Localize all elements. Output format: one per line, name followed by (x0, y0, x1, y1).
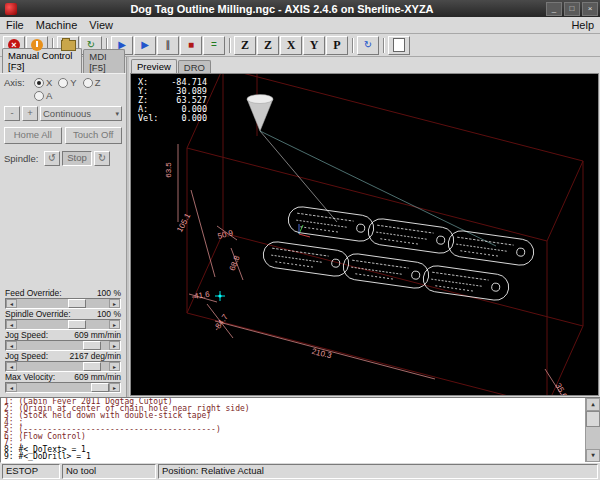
gcode-line[interactable]: 7: ; (4, 440, 584, 447)
jog-minus-button[interactable]: - (4, 106, 20, 121)
view-rotated-top-button[interactable]: Z (257, 36, 279, 55)
menu-view[interactable]: View (89, 19, 113, 31)
toolbar-separator (352, 38, 354, 53)
slider-track[interactable] (17, 341, 109, 350)
rotate-view-icon: ↻ (364, 40, 372, 50)
gcode-line[interactable]: 6: (Flow Control) (4, 434, 584, 441)
axis-radio-y[interactable]: Y (58, 77, 76, 88)
tab-dro[interactable]: DRO (178, 60, 211, 73)
slider-track[interactable] (17, 299, 109, 308)
skip-lines-button[interactable]: = (203, 36, 225, 55)
dim-68-8: 68.8 (228, 254, 242, 272)
pause-button[interactable]: ∥ (157, 36, 179, 55)
tab-preview[interactable]: Preview (131, 59, 177, 73)
dim-width: 210.3 (311, 347, 333, 361)
axis-radio-z[interactable]: Z (83, 77, 101, 88)
menu-file[interactable]: File (6, 19, 24, 31)
slider-left-arrow-icon[interactable]: ◂ (6, 362, 17, 371)
axis-z-label: Z (95, 77, 101, 88)
slider-right-arrow-icon[interactable]: ▸ (109, 362, 120, 371)
slider-track[interactable] (17, 362, 109, 371)
slider-left-arrow-icon[interactable]: ◂ (6, 320, 17, 329)
jog-increment-select[interactable]: Continuous ▾ (40, 106, 122, 121)
gcode-listing[interactable]: 1: (Cabin Fever 2011 Dogtag Cutout) 2: (… (0, 397, 600, 463)
jog-speed-angular-value: 2167 deg/min (69, 352, 121, 361)
spindle-ccw-button[interactable]: ↺ (44, 151, 60, 166)
home-all-button[interactable]: Home All (4, 127, 62, 144)
axis-y-label: Y (70, 77, 76, 88)
spindle-stop-button[interactable]: Stop (62, 151, 92, 166)
jog-plus-button[interactable]: + (22, 106, 38, 121)
dim-height: 63.5 (164, 162, 173, 178)
radio-dot-icon (83, 78, 93, 88)
slider-thumb[interactable] (83, 362, 101, 371)
scrollbar-track[interactable] (586, 411, 600, 449)
preview-panel: Preview DRO (129, 57, 600, 397)
max-velocity-label: Max Velocity: (5, 373, 55, 382)
slider-thumb[interactable] (68, 299, 86, 308)
control-tabs: Manual Control [F3] MDI [F5] (0, 57, 126, 73)
gcode-line[interactable]: 9: #<_DoDrill> = 1 (4, 454, 584, 461)
gcode-line[interactable]: 3: (Stock held down with double-stick ta… (4, 413, 584, 420)
dogtag-outline (422, 264, 511, 302)
view-side-button[interactable]: X (280, 36, 302, 55)
dogtag-outline (262, 240, 351, 278)
gcode-line[interactable]: 8: #<_DoText> = 1 (4, 447, 584, 454)
gcode-scrollbar[interactable]: ▲ ▼ (585, 398, 600, 462)
axis-radio-a[interactable]: A (34, 90, 52, 101)
jog-speed-angular-slider[interactable]: ◂ ▸ (5, 361, 121, 372)
slider-thumb[interactable] (68, 320, 86, 329)
maximize-button[interactable]: □ (564, 2, 580, 16)
spindle-override-value: 100 % (97, 310, 121, 319)
main-area: Manual Control [F3] MDI [F5] Axis: X Y (0, 57, 600, 397)
scrollbar-thumb[interactable] (586, 411, 600, 427)
slider-left-arrow-icon[interactable]: ◂ (6, 341, 17, 350)
axis-label: Axis: (4, 77, 34, 88)
slider-right-arrow-icon[interactable]: ▸ (109, 341, 120, 350)
feed-override-slider[interactable]: ◂ ▸ (5, 298, 121, 309)
slider-thumb[interactable] (91, 383, 109, 392)
scroll-up-icon[interactable]: ▲ (586, 398, 600, 411)
tool-path-lines (260, 131, 496, 246)
run-step-button[interactable]: ▶ (134, 36, 156, 55)
spindle-cw-button[interactable]: ↻ (94, 151, 110, 166)
preview-viewport[interactable]: 63.5 105.1 50.9 68.8 -41.6 -84.7 210.3 3… (130, 73, 599, 396)
slider-track[interactable] (17, 320, 109, 329)
close-button[interactable]: × (582, 2, 598, 16)
preview-canvas[interactable]: 63.5 105.1 50.9 68.8 -41.6 -84.7 210.3 3… (131, 74, 599, 396)
jog-speed-label: Jog Speed: (5, 331, 48, 340)
slider-right-arrow-icon[interactable]: ▸ (109, 383, 120, 392)
scroll-down-icon[interactable]: ▼ (586, 449, 600, 462)
slider-right-arrow-icon[interactable]: ▸ (109, 299, 120, 308)
rotate-view-button[interactable]: ↻ (357, 36, 379, 55)
minimize-button[interactable]: _ (546, 2, 562, 16)
view-perspective-button[interactable]: P (326, 36, 348, 55)
app-icon[interactable] (5, 3, 17, 15)
menu-machine[interactable]: Machine (36, 19, 78, 31)
axis-radio-x[interactable]: X (34, 77, 52, 88)
stop-button[interactable]: ■ (180, 36, 202, 55)
clear-plot-button[interactable] (388, 36, 410, 55)
touch-off-button[interactable]: Touch Off (65, 127, 123, 144)
titlebar[interactable]: Dog Tag Outline Milling.ngc - AXIS 2.4.6… (0, 0, 600, 17)
tab-mdi[interactable]: MDI [F5] (83, 49, 125, 73)
gcode-line[interactable]: 5: (------------------------------------… (4, 427, 584, 434)
open-file-icon (61, 40, 76, 51)
view-top-button[interactable]: Z (234, 36, 256, 55)
menu-help[interactable]: Help (571, 19, 594, 31)
slider-right-arrow-icon[interactable]: ▸ (109, 320, 120, 329)
slider-track[interactable] (17, 383, 109, 392)
jog-speed-slider[interactable]: ◂ ▸ (5, 340, 121, 351)
feed-override-value: 100 % (97, 289, 121, 298)
step-icon: ▶ (141, 40, 149, 50)
spindle-label: Spindle: (4, 153, 42, 164)
max-velocity-slider[interactable]: ◂ ▸ (5, 382, 121, 393)
slider-left-arrow-icon[interactable]: ◂ (6, 299, 17, 308)
spindle-override-group: Spindle Override: 100 % ◂ ▸ (5, 310, 121, 330)
slider-thumb[interactable] (83, 341, 101, 350)
slider-left-arrow-icon[interactable]: ◂ (6, 383, 17, 392)
tab-manual-control[interactable]: Manual Control [F3] (2, 48, 82, 73)
spindle-override-slider[interactable]: ◂ ▸ (5, 319, 121, 330)
chevron-down-icon: ▾ (115, 110, 119, 118)
view-front-button[interactable]: Y (303, 36, 325, 55)
